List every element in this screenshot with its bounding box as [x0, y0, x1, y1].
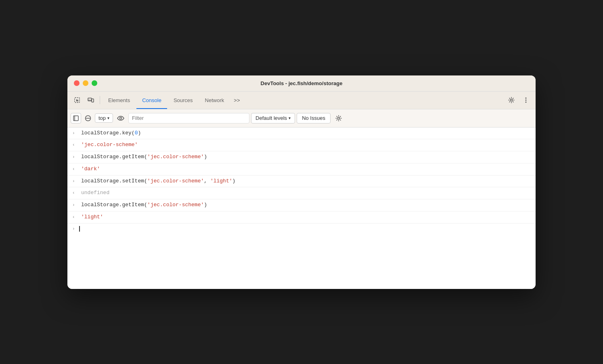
cursor-icon [74, 97, 80, 103]
more-tabs-button[interactable]: >> [230, 91, 243, 109]
no-issues-button[interactable]: No Issues [297, 113, 331, 123]
console-line: › localStorage.getItem('jec.color-scheme… [67, 151, 536, 163]
tab-elements[interactable]: Elements [103, 91, 136, 109]
console-text: localStorage.getItem('jec.color-scheme') [81, 201, 207, 209]
close-button[interactable] [74, 80, 80, 86]
main-toolbar: Elements Console Sources Network >> [67, 92, 536, 109]
svg-point-7 [526, 102, 527, 103]
chevron-down-icon: ▾ [107, 116, 109, 120]
console-output: › localStorage.key(0) ‹ 'jec.color-schem… [67, 128, 536, 289]
console-text: 'jec.color-scheme' [81, 141, 138, 149]
context-selector[interactable]: top ▾ [95, 113, 113, 123]
minimize-button[interactable] [83, 80, 88, 86]
console-settings-button[interactable] [332, 112, 345, 125]
svg-point-13 [337, 117, 339, 119]
title-bar: DevTools - jec.fish/demo/storage [67, 75, 536, 92]
output-arrow: ‹ [72, 142, 77, 149]
device-toolbar-button[interactable] [84, 94, 97, 107]
toolbar-right [505, 94, 532, 107]
output-arrow: ‹ [72, 166, 77, 173]
svg-point-4 [511, 99, 513, 101]
clear-console-button[interactable] [83, 113, 93, 123]
console-toolbar: top ▾ Default levels ▾ No Issues [67, 109, 536, 128]
sidebar-toggle-icon [73, 115, 79, 121]
more-options-icon [523, 97, 529, 103]
input-arrow: › [72, 154, 77, 161]
cursor-blink [79, 226, 80, 232]
log-levels-button[interactable]: Default levels ▾ [251, 113, 295, 123]
input-arrow: › [72, 202, 77, 209]
console-text: undefined [81, 189, 109, 197]
console-text: 'dark' [81, 165, 100, 174]
svg-rect-2 [92, 99, 94, 102]
eye-icon [117, 116, 124, 121]
console-input-line[interactable]: › [67, 224, 536, 234]
svg-point-12 [120, 117, 122, 119]
console-text: localStorage.setItem('jec.color-scheme',… [81, 177, 235, 186]
console-text: 'light' [81, 213, 103, 222]
tab-network[interactable]: Network [199, 91, 230, 109]
maximize-button[interactable] [92, 80, 97, 86]
output-arrow: ‹ [72, 190, 77, 197]
svg-point-6 [526, 100, 527, 101]
console-text: localStorage.getItem('jec.color-scheme') [81, 153, 207, 161]
output-arrow: ‹ [72, 214, 77, 221]
console-text: localStorage.key(0) [81, 129, 141, 138]
console-line: › localStorage.setItem('jec.color-scheme… [67, 176, 536, 188]
settings-button[interactable] [505, 94, 518, 107]
filter-input[interactable] [128, 113, 249, 123]
console-line: ‹ 'light' [67, 211, 536, 224]
cursor-prompt: › [72, 226, 75, 231]
live-expressions-button[interactable] [115, 113, 127, 123]
clear-icon [85, 115, 91, 121]
levels-chevron-icon: ▾ [289, 116, 291, 120]
console-line: ‹ undefined [67, 187, 536, 199]
settings-icon [508, 97, 515, 103]
device-icon [88, 97, 94, 103]
toolbar-divider [100, 96, 100, 104]
traffic-lights [74, 80, 97, 86]
window-title: DevTools - jec.fish/demo/storage [261, 80, 343, 86]
svg-rect-1 [88, 98, 92, 101]
cursor-icon-button[interactable] [71, 94, 84, 107]
console-line: › localStorage.key(0) [67, 128, 536, 140]
tab-sources[interactable]: Sources [168, 91, 199, 109]
input-arrow: › [72, 130, 77, 137]
tab-console[interactable]: Console [136, 91, 167, 109]
svg-rect-8 [73, 116, 78, 121]
console-line: ‹ 'jec.color-scheme' [67, 139, 536, 151]
input-arrow: › [72, 178, 77, 185]
console-line: ‹ 'dark' [67, 163, 536, 176]
svg-point-5 [526, 98, 527, 99]
console-line: › localStorage.getItem('jec.color-scheme… [67, 199, 536, 211]
console-gear-icon [335, 115, 342, 121]
devtools-window: DevTools - jec.fish/demo/storage Element… [67, 75, 536, 289]
more-options-button[interactable] [519, 94, 532, 107]
sidebar-toggle-button[interactable] [71, 113, 81, 123]
